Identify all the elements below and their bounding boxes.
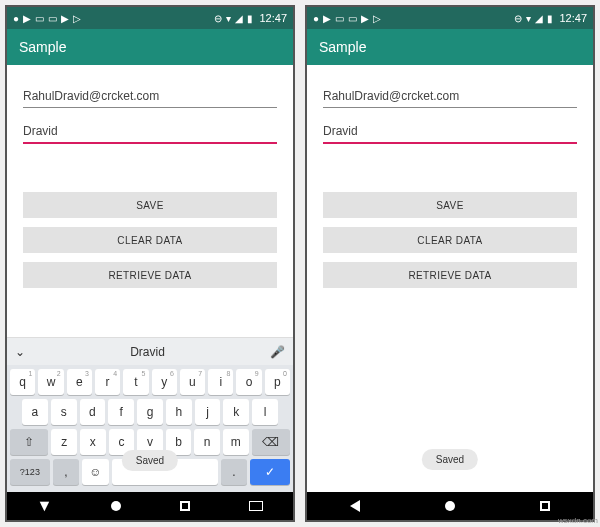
status-icons-right: ⊖ ▾ ◢ ▮ 12:47 — [514, 12, 587, 24]
key-a[interactable]: a — [22, 399, 48, 425]
device-left: ● ▶ ▭ ▭ ▶ ▷ ⊖ ▾ ◢ ▮ 12:47 Sample SAVE CL… — [5, 5, 295, 522]
save-button[interactable]: SAVE — [23, 192, 277, 218]
key-p[interactable]: 0p — [265, 369, 290, 395]
toast: Saved — [122, 450, 178, 471]
key-z[interactable]: z — [51, 429, 77, 455]
key-u[interactable]: 7u — [180, 369, 205, 395]
keyboard: 1q 2w 3e 4r 5t 6y 7u 8i 9o 0p a s d f g … — [7, 365, 293, 492]
nav-bar — [307, 492, 593, 520]
email-field[interactable] — [23, 83, 277, 108]
name-field[interactable] — [323, 118, 577, 144]
device-right: ● ▶ ▭ ▭ ▶ ▷ ⊖ ▾ ◢ ▮ 12:47 Sample SAVE CL… — [305, 5, 595, 522]
dnd-icon: ⊖ — [214, 13, 222, 24]
save-button[interactable]: SAVE — [323, 192, 577, 218]
toast: Saved — [422, 449, 478, 470]
key-comma[interactable]: , — [53, 459, 80, 485]
key-o[interactable]: 9o — [236, 369, 261, 395]
clock: 12:47 — [559, 12, 587, 24]
wifi-icon: ▾ — [526, 13, 531, 24]
retrieve-button[interactable]: RETRIEVE DATA — [323, 262, 577, 288]
main-content: SAVE CLEAR DATA RETRIEVE DATA Saved — [307, 65, 593, 492]
key-r[interactable]: 4r — [95, 369, 120, 395]
key-h[interactable]: h — [166, 399, 192, 425]
nav-down-icon[interactable]: ▼ — [37, 497, 53, 515]
nav-bar: ▼ — [7, 492, 293, 520]
key-g[interactable]: g — [137, 399, 163, 425]
key-l[interactable]: l — [252, 399, 278, 425]
status-icon: ● — [13, 13, 19, 24]
key-s[interactable]: s — [51, 399, 77, 425]
wifi-icon: ▾ — [226, 13, 231, 24]
key-e[interactable]: 3e — [67, 369, 92, 395]
nav-recent-icon[interactable] — [180, 501, 190, 511]
app-bar: Sample — [307, 29, 593, 65]
status-icon: ▭ — [35, 13, 44, 24]
status-icon: ▭ — [335, 13, 344, 24]
mic-icon[interactable]: 🎤 — [270, 345, 285, 359]
nav-home-icon[interactable] — [111, 501, 121, 511]
collapse-keyboard-icon[interactable]: ⌄ — [15, 345, 25, 359]
status-icon: ▶ — [61, 13, 69, 24]
key-w[interactable]: 2w — [38, 369, 63, 395]
keyboard-row-1: 1q 2w 3e 4r 5t 6y 7u 8i 9o 0p — [10, 369, 290, 395]
key-t[interactable]: 5t — [123, 369, 148, 395]
nav-keyboard-icon[interactable] — [249, 501, 263, 511]
signal-icon: ◢ — [535, 13, 543, 24]
key-backspace[interactable]: ⌫ — [252, 429, 290, 455]
status-icon: ▶ — [361, 13, 369, 24]
key-y[interactable]: 6y — [152, 369, 177, 395]
key-n[interactable]: n — [194, 429, 220, 455]
clear-button[interactable]: CLEAR DATA — [323, 227, 577, 253]
main-content: SAVE CLEAR DATA RETRIEVE DATA — [7, 65, 293, 337]
status-bar: ● ▶ ▭ ▭ ▶ ▷ ⊖ ▾ ◢ ▮ 12:47 — [307, 7, 593, 29]
status-icons-left: ● ▶ ▭ ▭ ▶ ▷ — [313, 13, 381, 24]
key-emoji[interactable]: ☺ — [82, 459, 109, 485]
key-j[interactable]: j — [195, 399, 221, 425]
app-bar: Sample — [7, 29, 293, 65]
signal-icon: ◢ — [235, 13, 243, 24]
status-icon: ▶ — [23, 13, 31, 24]
battery-icon: ▮ — [247, 13, 253, 24]
suggestion-text[interactable]: Dravid — [25, 345, 270, 359]
status-icon: ▶ — [323, 13, 331, 24]
key-x[interactable]: x — [80, 429, 106, 455]
key-m[interactable]: m — [223, 429, 249, 455]
status-icons-right: ⊖ ▾ ◢ ▮ 12:47 — [214, 12, 287, 24]
status-bar: ● ▶ ▭ ▭ ▶ ▷ ⊖ ▾ ◢ ▮ 12:47 — [7, 7, 293, 29]
key-f[interactable]: f — [108, 399, 134, 425]
keyboard-suggestion-bar: ⌄ Dravid 🎤 — [7, 337, 293, 365]
key-q[interactable]: 1q — [10, 369, 35, 395]
clear-button[interactable]: CLEAR DATA — [23, 227, 277, 253]
key-enter[interactable]: ✓ — [250, 459, 290, 485]
dnd-icon: ⊖ — [514, 13, 522, 24]
status-icon: ▭ — [48, 13, 57, 24]
email-field[interactable] — [323, 83, 577, 108]
nav-recent-icon[interactable] — [540, 501, 550, 511]
battery-icon: ▮ — [547, 13, 553, 24]
key-i[interactable]: 8i — [208, 369, 233, 395]
status-icon: ▷ — [73, 13, 81, 24]
status-icon: ● — [313, 13, 319, 24]
clock: 12:47 — [259, 12, 287, 24]
status-icons-left: ● ▶ ▭ ▭ ▶ ▷ — [13, 13, 81, 24]
status-icon: ▷ — [373, 13, 381, 24]
keyboard-row-4: ?123 , ☺ . ✓ Saved — [10, 459, 290, 485]
name-field[interactable] — [23, 118, 277, 144]
nav-home-icon[interactable] — [445, 501, 455, 511]
key-shift[interactable]: ⇧ — [10, 429, 48, 455]
key-d[interactable]: d — [80, 399, 106, 425]
app-title: Sample — [319, 39, 366, 55]
status-icon: ▭ — [348, 13, 357, 24]
watermark: wsxdn.com — [558, 516, 598, 525]
retrieve-button[interactable]: RETRIEVE DATA — [23, 262, 277, 288]
key-period[interactable]: . — [221, 459, 248, 485]
key-k[interactable]: k — [223, 399, 249, 425]
key-symbols[interactable]: ?123 — [10, 459, 50, 485]
app-title: Sample — [19, 39, 66, 55]
keyboard-row-2: a s d f g h j k l — [10, 399, 290, 425]
nav-back-icon[interactable] — [350, 500, 360, 512]
